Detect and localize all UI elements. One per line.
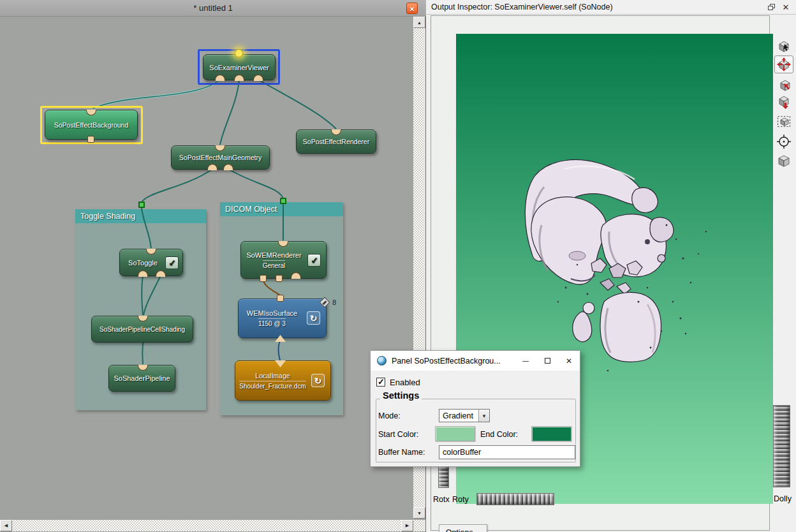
connector-wemiso-in[interactable] [277,295,284,302]
editor-hscroll-right-button[interactable] [401,520,413,531]
node-label: SoPostEffectRenderer [303,138,369,145]
network-editor: * untitled 1 Toggle Shading DICOM Object [0,0,426,532]
toolbar-seek-point-button[interactable] [774,133,793,151]
toolbar-select-mode-button[interactable] [774,37,793,55]
rotx-thumbwheel[interactable] [438,465,449,488]
edge-examiner-renderer[interactable] [258,80,336,129]
node-label: SoShaderPipeline [114,374,170,382]
app-icon [377,356,387,366]
editor-vscroll-down-button[interactable] [413,507,425,519]
editor-hscroll-left-button[interactable] [0,520,12,531]
node-label: SoShaderPipelineCellShading [100,326,185,333]
inspector-close-icon[interactable] [781,2,791,12]
connector-examiner-out3[interactable] [253,75,263,81]
editor-scroll-corner [413,520,425,531]
minimize-button[interactable] [515,351,536,371]
group-connector-dicom[interactable] [280,198,286,204]
connector-wemrenderer-out2[interactable] [276,275,283,282]
group-title: DICOM Object [225,205,277,214]
panel-title: Panel SoPostEffectBackgrou... [392,357,501,366]
editor-title: * untitled 1 [193,3,232,13]
end-color-swatch[interactable] [531,426,571,441]
maximize-button[interactable] [536,351,558,371]
dropdown-arrow-icon[interactable] [478,410,489,422]
node-label: WEMIsoSurface [247,309,297,317]
connector-toggle-out2[interactable] [156,270,166,277]
inspector-titlebar[interactable]: Output Inspector: SoExaminerViewer.self … [427,0,796,15]
mode-value: Gradient [443,411,478,420]
view-all-icon [776,94,792,110]
toolbar-camera-type-button[interactable] [774,152,793,170]
buffer-name-label: Buffer Name: [378,448,425,457]
group-title: Toggle Shading [80,212,135,221]
dolly-thumbwheel[interactable] [773,405,790,487]
connector-wemrenderer-out1[interactable] [260,275,267,282]
connector-examiner-out1[interactable] [215,75,225,81]
options-button[interactable]: Options [439,524,487,532]
end-color-label: End Color: [480,430,518,439]
connector-maingeometry-out1[interactable] [207,164,217,170]
chevron-down-icon [478,528,481,532]
start-color-swatch[interactable] [435,426,475,441]
editor-vscroll-up-button[interactable] [413,17,425,28]
select-mode-icon [776,38,792,54]
badge-diamond-mark [322,300,327,305]
settings-title: Settings [380,390,422,401]
group-toggle-shading-header[interactable]: Toggle Shading [75,209,206,223]
node-sublabel: Shoulder_Fracture.dcm [239,381,306,390]
dolly-label: Dolly [773,494,792,503]
options-label: Options [446,528,473,532]
node-label: LocalImage [255,372,290,380]
inspector-title: Output Inspector: SoExaminerViewer.self … [431,3,613,11]
connector-toggle-out1[interactable] [138,270,148,277]
close-icon [409,3,415,14]
connector-background-out[interactable] [87,136,94,143]
connector-maingeometry-out2[interactable] [223,164,233,170]
panel-window: Panel SoPostEffectBackgrou... Enabled Se… [370,350,580,467]
roty-thumbwheel[interactable] [476,493,554,505]
badge-count: 8 [332,299,336,306]
mode-dropdown[interactable]: Gradient [439,409,490,422]
node-enable-checkbox[interactable] [307,254,321,267]
toolbar-seek-object-button[interactable] [774,75,793,92]
connector-examiner-top[interactable] [235,49,243,57]
roty-label: Roty [452,495,469,504]
close-button[interactable] [558,351,580,371]
editor-titlebar[interactable]: * untitled 1 [0,0,426,17]
group-connector-toggle-shading[interactable] [138,202,145,208]
enabled-label: Enabled [390,378,420,387]
panel-titlebar[interactable]: Panel SoPostEffectBackgrou... [371,351,580,371]
editor-hscrollbar-track[interactable] [12,520,401,531]
edge-examiner-maingeometry[interactable] [220,80,239,145]
reload-icon[interactable] [307,311,320,325]
connector-wemrenderer-out3[interactable] [291,272,301,279]
seek-object-icon [776,76,792,91]
node-wemisosurface[interactable]: WEMIsoSurface 1150 @ 3 [238,299,327,338]
node-localimage[interactable]: LocalImage Shoulder_Fracture.dcm [235,360,331,401]
node-sublabel: 1150 @ 3 [258,318,286,327]
toolbar-rotate-view-button[interactable] [774,55,793,73]
toolbar-view-selection-button[interactable] [774,112,793,130]
view-selection-icon [776,114,792,129]
camera-type-icon [776,153,792,168]
group-dicom-object-header[interactable]: DICOM Object [220,202,343,216]
undock-icon[interactable] [768,4,775,10]
toolbar-view-all-button[interactable] [774,93,793,111]
mode-label: Mode: [378,411,401,420]
crosshair-icon [776,134,792,149]
rotate-view-icon [776,57,792,72]
node-sublabel: General [263,260,286,269]
editor-close-button[interactable] [406,3,418,14]
enabled-checkbox[interactable] [376,378,385,387]
rotx-label: Rotx [433,495,450,504]
maximize-icon [545,358,550,364]
reload-icon[interactable] [311,374,325,387]
node-label: SoPostEffectBackground [54,121,129,129]
buffer-name-input[interactable]: colorBuffer [439,445,575,459]
undock-icon-front [768,6,773,10]
connector-examiner-out2[interactable] [234,75,244,81]
node-label: SoToggle [128,259,158,267]
node-enable-checkbox[interactable] [165,256,179,269]
buffer-name-value: colorBuffer [443,448,481,457]
start-color-label: Start Color: [378,430,418,439]
